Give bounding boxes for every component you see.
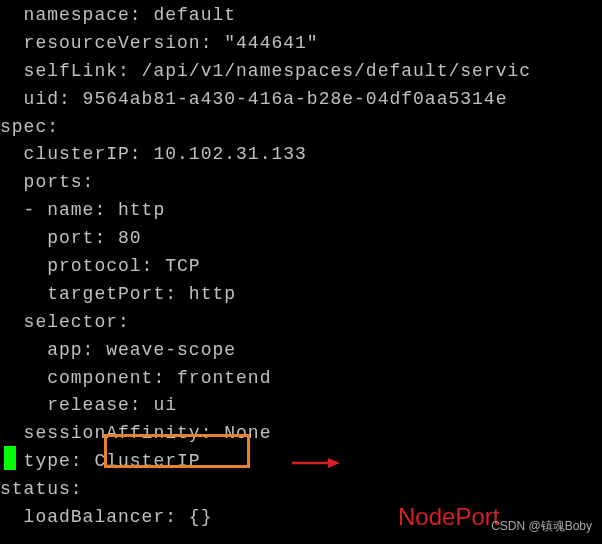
yaml-line: namespace: default [0,2,602,30]
yaml-line: targetPort: http [0,281,602,309]
yaml-line: uid: 9564ab81-a430-416a-b28e-04df0aa5314… [0,86,602,114]
yaml-line: protocol: TCP [0,253,602,281]
yaml-line: clusterIP: 10.102.31.133 [0,141,602,169]
yaml-line: port: 80 [0,225,602,253]
svg-marker-1 [328,458,340,468]
yaml-line: selfLink: /api/v1/namespaces/default/ser… [0,58,602,86]
yaml-line: component: frontend [0,365,602,393]
yaml-line: sessionAffinity: None [0,420,602,448]
yaml-line: spec: [0,114,602,142]
yaml-line: app: weave-scope [0,337,602,365]
watermark-text: CSDN @镇魂Boby [491,517,592,536]
terminal-cursor [4,446,16,470]
arrow-icon [290,450,340,481]
yaml-line: release: ui [0,392,602,420]
yaml-line: - name: http [0,197,602,225]
nodeport-annotation: NodePort [398,498,499,535]
yaml-line: resourceVersion: "444641" [0,30,602,58]
yaml-line: ports: [0,169,602,197]
yaml-line: selector: [0,309,602,337]
